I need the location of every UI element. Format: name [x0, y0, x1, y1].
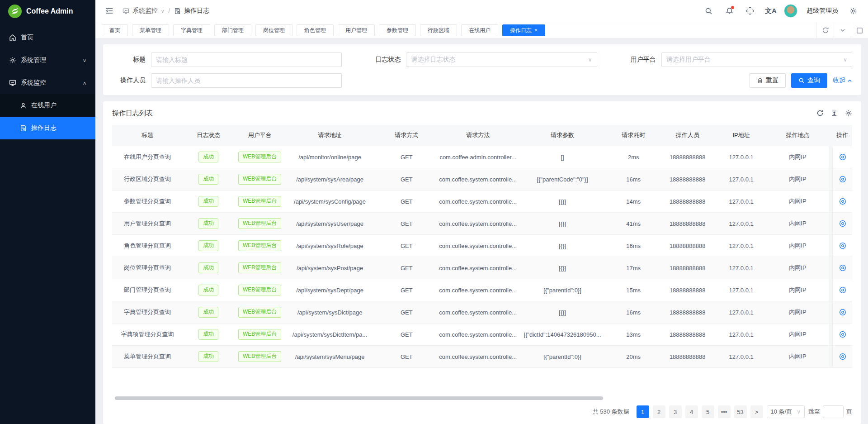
actions-cell — [832, 279, 852, 301]
view-detail-button[interactable] — [839, 353, 846, 360]
username[interactable]: 超级管理员 — [807, 7, 838, 15]
tab-item[interactable]: 部门管理 — [214, 24, 251, 36]
sidebar-item-online-users[interactable]: 在线用户 — [0, 94, 95, 117]
collapse-filter-link[interactable]: 收起 — [833, 76, 852, 85]
breadcrumb-parent[interactable]: 系统监控 — [132, 7, 158, 15]
title-input[interactable] — [156, 56, 337, 63]
sidebar-item-operation-log[interactable]: 操作日志 — [0, 117, 95, 139]
avatar[interactable] — [784, 4, 797, 18]
tab-item[interactable]: 菜单管理 — [132, 24, 169, 36]
platform-select[interactable]: 请选择用户平台 ∨ — [661, 52, 852, 67]
view-detail-button[interactable] — [839, 176, 846, 183]
column-header[interactable]: 用户平台 — [234, 125, 285, 146]
view-detail-button[interactable] — [839, 198, 846, 205]
tab-item[interactable]: 首页 — [102, 24, 128, 36]
next-page-button[interactable]: > — [750, 405, 763, 418]
tab-options-button[interactable] — [834, 22, 851, 39]
tab-item[interactable]: 用户管理 — [338, 24, 375, 36]
log-status-cell: 成功 — [183, 146, 235, 168]
table-settings-button[interactable] — [845, 110, 852, 117]
sidebar-item-system-monitor[interactable]: 系统监控 ∧ — [0, 71, 95, 94]
status-badge: 成功 — [198, 152, 218, 162]
eye-icon — [839, 242, 846, 249]
page-button[interactable]: 2 — [653, 405, 665, 418]
ip-cell: 127.0.0.1 — [716, 324, 767, 345]
jump-page-input[interactable] — [823, 405, 844, 418]
app-logo[interactable]: Coffee Admin — [0, 0, 95, 23]
column-header[interactable]: 请求参数 — [517, 125, 608, 146]
tab-item[interactable]: 操作日志× — [502, 24, 545, 36]
operator-input[interactable] — [156, 77, 337, 84]
page-button-active[interactable]: 1 — [637, 405, 649, 418]
column-header[interactable]: 日志状态 — [183, 125, 235, 146]
reset-button[interactable]: 重置 — [750, 73, 786, 88]
tab-item[interactable]: 在线用户 — [461, 24, 498, 36]
sidebar-item-home[interactable]: 首页 — [0, 26, 95, 49]
tab-item[interactable]: 字典管理 — [173, 24, 210, 36]
column-header[interactable]: 请求方式 — [374, 125, 439, 146]
page-size-select[interactable]: 10 条/页 ∨ — [767, 405, 805, 418]
column-header[interactable]: 操作 — [832, 125, 852, 146]
scrollbar-thumb[interactable] — [115, 396, 603, 400]
ip-cell: 127.0.0.1 — [716, 191, 767, 212]
table-row: 在线用户分页查询成功WEB管理后台/api/monitor/online/pag… — [112, 146, 852, 168]
column-header[interactable]: 操作地点 — [767, 125, 828, 146]
refresh-tab-button[interactable] — [816, 22, 834, 39]
sidebar-item-label: 首页 — [21, 33, 86, 42]
tab-item[interactable]: 角色管理 — [297, 24, 334, 36]
language-button[interactable]: 文A — [763, 3, 778, 19]
tab-label: 操作日志 — [510, 27, 532, 34]
page-button[interactable]: ••• — [718, 405, 731, 418]
notifications-button[interactable] — [722, 3, 737, 19]
tab-close-icon[interactable]: × — [534, 28, 538, 33]
page-button[interactable]: 5 — [702, 405, 714, 418]
sidebar: Coffee Admin 首页 系统管理 ∨ 系统监控 ∧ 在线用户 — [0, 0, 95, 424]
column-header[interactable]: 请求耗时 — [608, 125, 660, 146]
column-header[interactable]: IP地址 — [716, 125, 767, 146]
table-refresh-button[interactable] — [816, 110, 824, 117]
view-detail-button[interactable] — [839, 309, 846, 316]
pagination-total: 共 530 条数据 — [593, 408, 629, 416]
tab-item[interactable]: 岗位管理 — [255, 24, 292, 36]
collapse-link-label: 收起 — [833, 76, 845, 85]
request-class-cell: com.coffee.system.controlle... — [439, 301, 517, 323]
column-header[interactable]: 标题 — [112, 125, 183, 146]
view-detail-button[interactable] — [839, 331, 846, 338]
view-detail-button[interactable] — [839, 286, 846, 294]
collapse-sidebar-button[interactable] — [102, 3, 117, 19]
table-density-button[interactable] — [831, 110, 838, 117]
view-detail-button[interactable] — [839, 242, 846, 249]
page-button[interactable]: 3 — [669, 405, 682, 418]
page-button[interactable]: 4 — [685, 405, 698, 418]
page-button[interactable]: 53 — [734, 405, 747, 418]
view-detail-button[interactable] — [839, 264, 846, 272]
sidebar-item-label: 在线用户 — [31, 101, 86, 110]
request-url-cell: /api/system/sysPost/page — [285, 257, 374, 279]
settings-button[interactable] — [845, 3, 861, 19]
eye-icon — [839, 309, 846, 316]
status-badge: 成功 — [198, 262, 218, 273]
search-submit-button[interactable]: 查询 — [791, 73, 827, 88]
platform-badge: WEB管理后台 — [238, 196, 281, 207]
request-time-cell: 20ms — [608, 346, 660, 367]
sidebar-item-system-manage[interactable]: 系统管理 ∨ — [0, 49, 95, 71]
fullscreen-button[interactable] — [742, 3, 758, 19]
column-header[interactable]: 请求地址 — [285, 125, 374, 146]
request-class-cell: com.coffee.admin.controller... — [439, 146, 517, 168]
tab-item[interactable]: 行政区域 — [420, 24, 457, 36]
request-params-cell: [{}] — [517, 191, 608, 212]
platform-cell: WEB管理后台 — [234, 235, 285, 257]
tab-item[interactable]: 参数管理 — [379, 24, 416, 36]
column-header[interactable]: 操作人员 — [659, 125, 715, 146]
column-header[interactable]: 请求方法 — [439, 125, 517, 146]
search-button[interactable] — [701, 3, 716, 19]
log-icon — [20, 125, 27, 132]
request-class-cell: com.coffee.system.controlle... — [439, 235, 517, 257]
request-class-cell: com.coffee.system.controlle... — [439, 257, 517, 279]
content-fullscreen-button[interactable] — [851, 22, 868, 39]
log-title-cell: 部门管理分页查询 — [112, 279, 183, 301]
status-badge: 成功 — [198, 218, 218, 229]
status-select[interactable]: 请选择日志状态 ∨ — [406, 52, 597, 67]
view-detail-button[interactable] — [839, 220, 846, 227]
view-detail-button[interactable] — [839, 153, 846, 161]
